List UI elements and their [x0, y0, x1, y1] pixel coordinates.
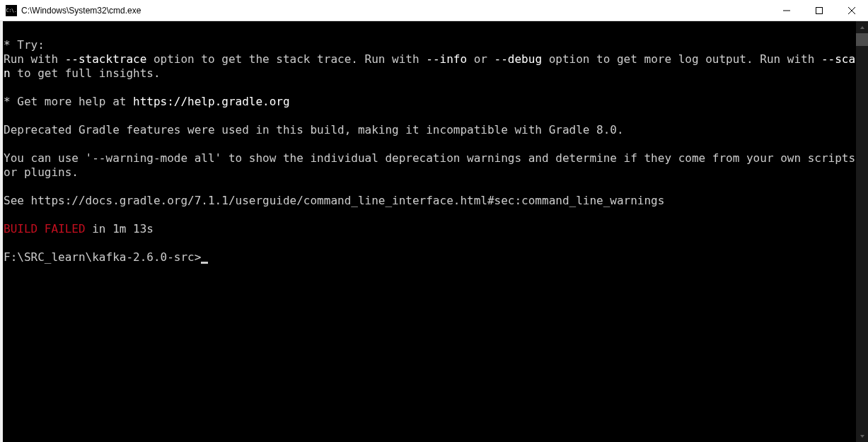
text-line: * Get more help at	[4, 95, 133, 108]
window-titlebar: C:\. C:\Windows\System32\cmd.exe	[0, 0, 868, 21]
close-button[interactable]	[835, 0, 868, 21]
scroll-thumb[interactable]	[856, 33, 868, 46]
command-prompt: F:\SRC_learn\kafka-2.6.0-src>	[4, 250, 201, 264]
text-line: Deprecated Gradle features were used in …	[4, 123, 624, 136]
scroll-down-button[interactable]	[856, 430, 868, 442]
build-failed-text: BUILD FAILED	[4, 222, 86, 235]
help-url: https://help.gradle.org	[133, 95, 290, 108]
terminal-container: * Try: Run with --stacktrace option to g…	[0, 21, 868, 442]
text-line: option to get the stack trace. Run with	[146, 52, 426, 66]
terminal-content: * Try: Run with --stacktrace option to g…	[3, 21, 856, 264]
cmd-icon: C:\.	[6, 5, 17, 16]
text-line: or	[467, 52, 494, 66]
scroll-up-button[interactable]	[856, 21, 868, 33]
text-line: to get full insights.	[11, 66, 161, 80]
maximize-button[interactable]	[803, 0, 835, 21]
text-line: * Try:	[4, 38, 45, 52]
text-line: option to get more log output. Run with	[542, 52, 821, 66]
option-stacktrace: --stacktrace	[65, 52, 147, 66]
vertical-scrollbar[interactable]	[856, 21, 868, 442]
window-title: C:\Windows\System32\cmd.exe	[21, 6, 770, 16]
cursor	[201, 262, 208, 264]
svg-rect-1	[816, 7, 823, 13]
window-controls	[770, 0, 868, 21]
terminal-output[interactable]: * Try: Run with --stacktrace option to g…	[3, 21, 856, 442]
text-line: See https://docs.gradle.org/7.1.1/usergu…	[4, 194, 664, 207]
option-debug: --debug	[494, 52, 542, 66]
text-line: You can use '--warning-mode all' to show…	[4, 151, 856, 179]
build-time-text: in 1m 13s	[86, 222, 154, 235]
option-info: --info	[426, 52, 467, 66]
minimize-button[interactable]	[770, 0, 803, 21]
text-line: Run with	[4, 52, 65, 66]
